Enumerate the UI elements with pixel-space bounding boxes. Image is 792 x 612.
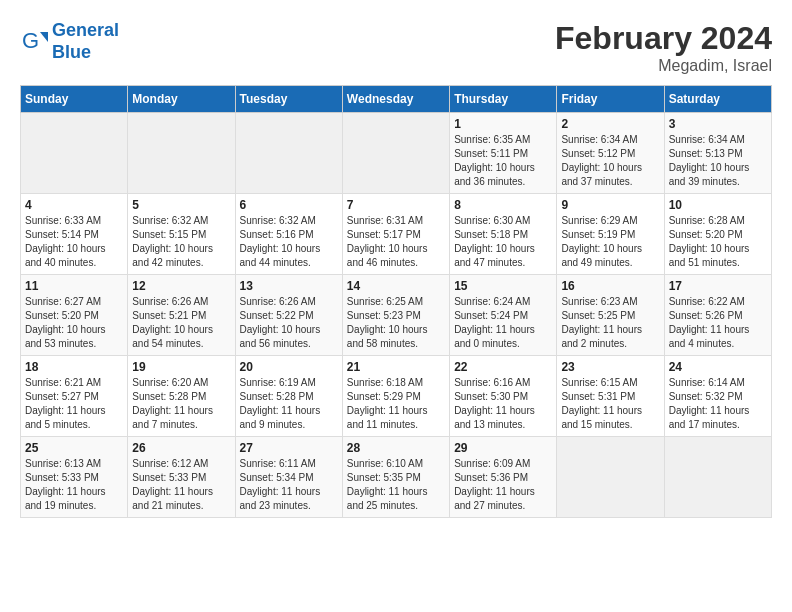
calendar-cell: 17Sunrise: 6:22 AMSunset: 5:26 PMDayligh…	[664, 275, 771, 356]
month-title: February 2024	[555, 20, 772, 57]
calendar-cell: 21Sunrise: 6:18 AMSunset: 5:29 PMDayligh…	[342, 356, 449, 437]
day-number: 1	[454, 117, 552, 131]
day-number: 23	[561, 360, 659, 374]
day-number: 4	[25, 198, 123, 212]
calendar-cell: 8Sunrise: 6:30 AMSunset: 5:18 PMDaylight…	[450, 194, 557, 275]
svg-marker-1	[40, 32, 48, 42]
calendar-week-row: 1Sunrise: 6:35 AMSunset: 5:11 PMDaylight…	[21, 113, 772, 194]
calendar-week-row: 11Sunrise: 6:27 AMSunset: 5:20 PMDayligh…	[21, 275, 772, 356]
day-detail: Sunrise: 6:12 AMSunset: 5:33 PMDaylight:…	[132, 457, 230, 513]
calendar-cell: 19Sunrise: 6:20 AMSunset: 5:28 PMDayligh…	[128, 356, 235, 437]
calendar-cell: 29Sunrise: 6:09 AMSunset: 5:36 PMDayligh…	[450, 437, 557, 518]
day-number: 5	[132, 198, 230, 212]
calendar-week-row: 18Sunrise: 6:21 AMSunset: 5:27 PMDayligh…	[21, 356, 772, 437]
day-detail: Sunrise: 6:30 AMSunset: 5:18 PMDaylight:…	[454, 214, 552, 270]
calendar-week-row: 25Sunrise: 6:13 AMSunset: 5:33 PMDayligh…	[21, 437, 772, 518]
calendar-cell	[664, 437, 771, 518]
day-detail: Sunrise: 6:14 AMSunset: 5:32 PMDaylight:…	[669, 376, 767, 432]
weekday-header-thursday: Thursday	[450, 86, 557, 113]
day-detail: Sunrise: 6:34 AMSunset: 5:13 PMDaylight:…	[669, 133, 767, 189]
day-number: 18	[25, 360, 123, 374]
calendar-table: SundayMondayTuesdayWednesdayThursdayFrid…	[20, 85, 772, 518]
day-number: 17	[669, 279, 767, 293]
calendar-cell: 23Sunrise: 6:15 AMSunset: 5:31 PMDayligh…	[557, 356, 664, 437]
day-number: 13	[240, 279, 338, 293]
calendar-cell: 9Sunrise: 6:29 AMSunset: 5:19 PMDaylight…	[557, 194, 664, 275]
calendar-cell: 27Sunrise: 6:11 AMSunset: 5:34 PMDayligh…	[235, 437, 342, 518]
day-detail: Sunrise: 6:32 AMSunset: 5:16 PMDaylight:…	[240, 214, 338, 270]
day-number: 8	[454, 198, 552, 212]
weekday-header-monday: Monday	[128, 86, 235, 113]
day-number: 11	[25, 279, 123, 293]
weekday-header-tuesday: Tuesday	[235, 86, 342, 113]
title-area: February 2024 Megadim, Israel	[555, 20, 772, 75]
calendar-cell: 1Sunrise: 6:35 AMSunset: 5:11 PMDaylight…	[450, 113, 557, 194]
day-detail: Sunrise: 6:24 AMSunset: 5:24 PMDaylight:…	[454, 295, 552, 351]
calendar-cell: 16Sunrise: 6:23 AMSunset: 5:25 PMDayligh…	[557, 275, 664, 356]
logo: G General Blue	[20, 20, 119, 63]
day-detail: Sunrise: 6:23 AMSunset: 5:25 PMDaylight:…	[561, 295, 659, 351]
weekday-header-wednesday: Wednesday	[342, 86, 449, 113]
calendar-cell: 12Sunrise: 6:26 AMSunset: 5:21 PMDayligh…	[128, 275, 235, 356]
day-detail: Sunrise: 6:28 AMSunset: 5:20 PMDaylight:…	[669, 214, 767, 270]
logo-line1: General	[52, 20, 119, 42]
calendar-cell: 15Sunrise: 6:24 AMSunset: 5:24 PMDayligh…	[450, 275, 557, 356]
day-number: 19	[132, 360, 230, 374]
weekday-header-sunday: Sunday	[21, 86, 128, 113]
day-detail: Sunrise: 6:09 AMSunset: 5:36 PMDaylight:…	[454, 457, 552, 513]
calendar-cell	[128, 113, 235, 194]
day-number: 2	[561, 117, 659, 131]
day-detail: Sunrise: 6:22 AMSunset: 5:26 PMDaylight:…	[669, 295, 767, 351]
day-number: 16	[561, 279, 659, 293]
calendar-cell: 26Sunrise: 6:12 AMSunset: 5:33 PMDayligh…	[128, 437, 235, 518]
day-detail: Sunrise: 6:27 AMSunset: 5:20 PMDaylight:…	[25, 295, 123, 351]
day-detail: Sunrise: 6:21 AMSunset: 5:27 PMDaylight:…	[25, 376, 123, 432]
day-detail: Sunrise: 6:18 AMSunset: 5:29 PMDaylight:…	[347, 376, 445, 432]
day-number: 3	[669, 117, 767, 131]
day-number: 27	[240, 441, 338, 455]
day-number: 21	[347, 360, 445, 374]
day-number: 24	[669, 360, 767, 374]
calendar-cell: 22Sunrise: 6:16 AMSunset: 5:30 PMDayligh…	[450, 356, 557, 437]
day-detail: Sunrise: 6:35 AMSunset: 5:11 PMDaylight:…	[454, 133, 552, 189]
day-detail: Sunrise: 6:15 AMSunset: 5:31 PMDaylight:…	[561, 376, 659, 432]
day-number: 22	[454, 360, 552, 374]
day-detail: Sunrise: 6:26 AMSunset: 5:21 PMDaylight:…	[132, 295, 230, 351]
day-number: 10	[669, 198, 767, 212]
calendar-cell: 6Sunrise: 6:32 AMSunset: 5:16 PMDaylight…	[235, 194, 342, 275]
day-number: 6	[240, 198, 338, 212]
location-title: Megadim, Israel	[555, 57, 772, 75]
day-detail: Sunrise: 6:32 AMSunset: 5:15 PMDaylight:…	[132, 214, 230, 270]
calendar-cell	[21, 113, 128, 194]
day-detail: Sunrise: 6:25 AMSunset: 5:23 PMDaylight:…	[347, 295, 445, 351]
calendar-cell: 24Sunrise: 6:14 AMSunset: 5:32 PMDayligh…	[664, 356, 771, 437]
day-number: 14	[347, 279, 445, 293]
logo-icon: G	[20, 28, 48, 56]
day-detail: Sunrise: 6:20 AMSunset: 5:28 PMDaylight:…	[132, 376, 230, 432]
day-detail: Sunrise: 6:26 AMSunset: 5:22 PMDaylight:…	[240, 295, 338, 351]
calendar-cell: 7Sunrise: 6:31 AMSunset: 5:17 PMDaylight…	[342, 194, 449, 275]
day-detail: Sunrise: 6:10 AMSunset: 5:35 PMDaylight:…	[347, 457, 445, 513]
day-number: 25	[25, 441, 123, 455]
calendar-cell	[557, 437, 664, 518]
weekday-header-saturday: Saturday	[664, 86, 771, 113]
day-number: 12	[132, 279, 230, 293]
weekday-header-friday: Friday	[557, 86, 664, 113]
day-number: 7	[347, 198, 445, 212]
calendar-cell: 5Sunrise: 6:32 AMSunset: 5:15 PMDaylight…	[128, 194, 235, 275]
day-detail: Sunrise: 6:33 AMSunset: 5:14 PMDaylight:…	[25, 214, 123, 270]
day-detail: Sunrise: 6:13 AMSunset: 5:33 PMDaylight:…	[25, 457, 123, 513]
calendar-cell: 14Sunrise: 6:25 AMSunset: 5:23 PMDayligh…	[342, 275, 449, 356]
calendar-cell	[342, 113, 449, 194]
calendar-cell: 25Sunrise: 6:13 AMSunset: 5:33 PMDayligh…	[21, 437, 128, 518]
day-number: 20	[240, 360, 338, 374]
calendar-cell: 11Sunrise: 6:27 AMSunset: 5:20 PMDayligh…	[21, 275, 128, 356]
logo-line2: Blue	[52, 42, 119, 64]
weekday-header-row: SundayMondayTuesdayWednesdayThursdayFrid…	[21, 86, 772, 113]
calendar-cell: 18Sunrise: 6:21 AMSunset: 5:27 PMDayligh…	[21, 356, 128, 437]
calendar-cell: 13Sunrise: 6:26 AMSunset: 5:22 PMDayligh…	[235, 275, 342, 356]
calendar-cell: 20Sunrise: 6:19 AMSunset: 5:28 PMDayligh…	[235, 356, 342, 437]
day-detail: Sunrise: 6:31 AMSunset: 5:17 PMDaylight:…	[347, 214, 445, 270]
day-detail: Sunrise: 6:19 AMSunset: 5:28 PMDaylight:…	[240, 376, 338, 432]
day-number: 15	[454, 279, 552, 293]
